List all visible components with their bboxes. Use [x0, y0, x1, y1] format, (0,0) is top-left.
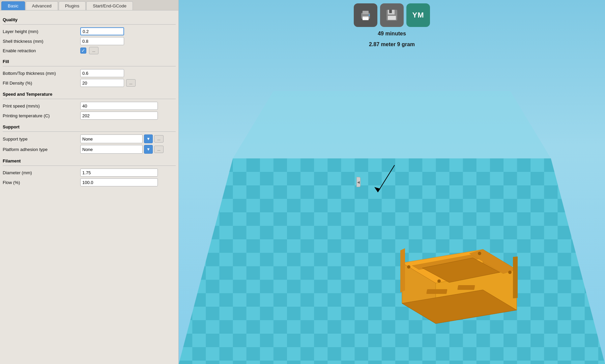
print-speed-label: Print speed (mm/s): [3, 103, 80, 109]
collapse-handle[interactable]: ◀: [356, 177, 361, 187]
support-type-dropdown-row: None Touching buildplate Everywhere ▼ ..…: [80, 134, 164, 143]
viewport-panel: YM 49 minutes 2.87 meter 9 gram: [179, 0, 605, 364]
svg-point-4: [369, 14, 370, 16]
support-type-select[interactable]: None Touching buildplate Everywhere: [80, 134, 143, 143]
svg-line-30: [378, 165, 395, 192]
svg-point-27: [478, 252, 481, 255]
toolbar-material-text: 2.87 meter 9 gram: [369, 40, 415, 49]
retraction-ellipsis-btn[interactable]: ...: [89, 47, 98, 54]
svg-rect-8: [388, 16, 396, 20]
retraction-checkbox[interactable]: ✓: [80, 48, 86, 54]
layer-height-input[interactable]: [80, 27, 124, 35]
speed-temp-section-title: Speed and Temperature: [3, 92, 176, 97]
fill-section-title: Fill: [3, 59, 176, 64]
save-icon[interactable]: [380, 3, 404, 27]
bottom-top-thickness-input[interactable]: [80, 69, 124, 77]
support-divider: [3, 131, 176, 132]
platform-adhesion-select[interactable]: None Brim Raft: [80, 145, 143, 154]
quality-divider: [3, 24, 176, 25]
ym-icon[interactable]: YM: [406, 3, 430, 27]
svg-rect-29: [457, 285, 475, 290]
filament-divider: [3, 165, 176, 166]
shell-thickness-label: Shell thickness (mm): [3, 39, 80, 44]
settings-area: Quality Layer height (mm) Shell thicknes…: [0, 10, 178, 364]
svg-rect-1: [363, 11, 369, 14]
fill-density-row: Fill Density (%) ...: [3, 79, 176, 87]
toolbar-icons: YM: [354, 3, 430, 27]
tab-plugins[interactable]: Plugins: [59, 1, 86, 10]
print-speed-input[interactable]: [80, 102, 158, 110]
ym-label: YM: [412, 11, 424, 20]
tab-bar: Basic Advanced Plugins Start/End-GCode: [0, 0, 178, 10]
print-temp-label: Printing temperature (C): [3, 113, 80, 118]
svg-rect-21: [400, 248, 405, 293]
platform-adhesion-row: Platform adhesion type None Brim Raft ▼ …: [3, 145, 176, 154]
flow-label: Flow (%): [3, 180, 80, 185]
diameter-label: Diameter (mm): [3, 170, 80, 175]
print-icon[interactable]: [354, 3, 377, 27]
bottom-top-thickness-label: Bottom/Top thickness (mm): [3, 71, 80, 76]
svg-rect-22: [513, 256, 518, 298]
platform-adhesion-label: Platform adhesion type: [3, 147, 80, 152]
layer-height-label: Layer height (mm): [3, 29, 80, 34]
support-type-row: Support type None Touching buildplate Ev…: [3, 134, 176, 143]
tab-advanced[interactable]: Advanced: [26, 1, 58, 10]
flow-input[interactable]: [80, 178, 158, 186]
fill-divider: [3, 66, 176, 66]
svg-marker-31: [374, 187, 380, 192]
quality-section-title: Quality: [3, 17, 176, 22]
platform-adhesion-dropdown-arrow[interactable]: ▼: [144, 145, 153, 154]
tab-start-end-gcode[interactable]: Start/End-GCode: [86, 1, 133, 10]
retraction-checkbox-area: ✓ ...: [80, 47, 98, 54]
svg-rect-3: [363, 17, 369, 20]
svg-point-26: [437, 279, 441, 283]
print-speed-row: Print speed (mm/s): [3, 102, 176, 110]
svg-rect-7: [389, 10, 392, 13]
support-type-dropdown-arrow[interactable]: ▼: [144, 134, 153, 143]
toolbar-time-text: 49 minutes: [378, 30, 406, 38]
svg-point-25: [508, 271, 512, 274]
filament-section-title: Filament: [3, 158, 176, 163]
svg-rect-28: [426, 289, 447, 294]
enable-retraction-label: Enable retraction: [3, 48, 80, 53]
shell-thickness-row: Shell thickness (mm): [3, 37, 176, 45]
enable-retraction-row: Enable retraction ✓ ...: [3, 47, 176, 54]
3d-object: [375, 202, 544, 337]
shell-thickness-input[interactable]: [80, 37, 124, 45]
print-temp-input[interactable]: [80, 112, 158, 120]
support-type-label: Support type: [3, 136, 80, 142]
layer-height-row: Layer height (mm): [3, 27, 176, 35]
tab-basic[interactable]: Basic: [1, 1, 25, 10]
platform-adhesion-ellipsis-btn[interactable]: ...: [154, 146, 164, 153]
diameter-row: Diameter (mm): [3, 169, 176, 177]
toolbar: YM 49 minutes 2.87 meter 9 gram: [354, 3, 430, 49]
svg-point-24: [407, 265, 410, 269]
left-panel: Basic Advanced Plugins Start/End-GCode Q…: [0, 0, 179, 364]
fill-density-input[interactable]: [80, 79, 124, 87]
support-section-title: Support: [3, 124, 176, 129]
fill-density-ellipsis-btn[interactable]: ...: [126, 79, 136, 87]
fill-density-label: Fill Density (%): [3, 81, 80, 86]
svg-marker-13: [233, 91, 551, 158]
print-temp-row: Printing temperature (C): [3, 112, 176, 120]
support-type-ellipsis-btn[interactable]: ...: [154, 135, 164, 143]
platform-adhesion-dropdown-row: None Brim Raft ▼ ...: [80, 145, 164, 154]
flow-row: Flow (%): [3, 178, 176, 186]
pointer-line: [374, 162, 401, 195]
diameter-input[interactable]: [80, 169, 158, 177]
speed-divider: [3, 99, 176, 99]
bottom-top-thickness-row: Bottom/Top thickness (mm): [3, 69, 176, 77]
